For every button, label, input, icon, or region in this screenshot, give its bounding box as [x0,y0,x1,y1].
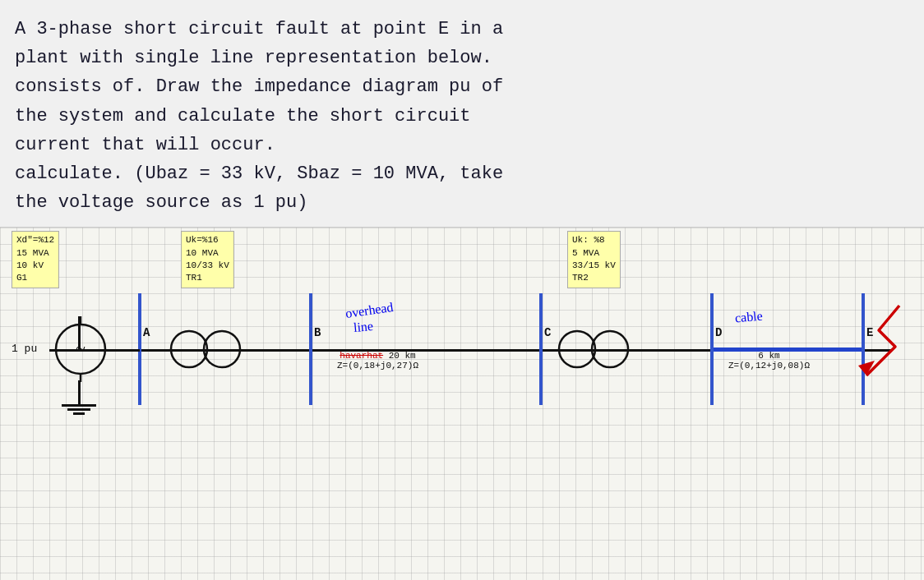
ground-h3 [73,412,85,415]
tr2-label: Uk: %8 5 MVA 33/15 kV TR2 [567,231,621,288]
vsource-ground-line [78,380,81,405]
cable-line [714,348,862,352]
line-source-a [79,349,140,352]
line3: consists of. Draw the impedance diagram … [15,76,503,97]
tr1-label: Uk=%16 10 MVA 10/33 kV TR1 [181,231,234,288]
line5: current that will occur. [15,135,275,155]
strikethrough-text: havarhat [340,351,383,361]
svg-point-5 [204,331,240,367]
overhead-line-annotation2: line [353,319,373,335]
diagram-section: 1 pu ~ Xd"=%12 15 MVA 10 kV G1 A Uk=%16 … [0,228,924,580]
bus-bar-b [309,293,312,405]
svg-text:~: ~ [76,338,85,358]
diagram-inner: 1 pu ~ Xd"=%12 15 MVA 10 kV G1 A Uk=%16 … [0,228,924,580]
cable-km: 6 km [758,351,779,361]
node-b: B [314,326,321,339]
svg-point-4 [171,331,207,367]
bus-bar-c [539,293,543,405]
node-d: D [715,326,722,339]
problem-text: A 3-phase short circuit fault at point E… [15,15,909,217]
svg-point-6 [559,331,595,367]
line6: calculate. (Ubaz = 33 kV, Sbaz = 10 MVA,… [15,163,503,184]
pu-label: 1 pu [12,343,37,355]
cable-impedance: Z=(0,12+j0,08)Ω [728,361,810,371]
svg-point-7 [592,331,628,367]
node-c: C [544,326,551,339]
cable-line-label: 6 km Z=(0,12+j0,08)Ω [728,351,810,371]
text-section: A 3-phase short circuit fault at point E… [0,0,924,228]
ground-h2 [67,408,90,411]
g1-label: Xd"=%12 15 MVA 10 kV G1 [12,231,59,288]
node-a: A [143,326,150,339]
transformer-tr2 [552,318,635,380]
line1: A 3-phase short circuit fault at point E… [15,19,503,39]
line4: the system and calculate the short circu… [15,106,471,127]
fault-arrow [850,302,908,384]
vsource-top-line [78,316,81,351]
cable-annotation: cable [734,309,763,326]
line2: plant with single line representation be… [15,48,492,68]
overhead-line-label: havarhat 20 km Z=(0,18+j0,27)Ω [337,351,418,371]
transformer-tr1 [164,318,247,380]
line7: the voltage source as 1 pu) [15,192,307,213]
